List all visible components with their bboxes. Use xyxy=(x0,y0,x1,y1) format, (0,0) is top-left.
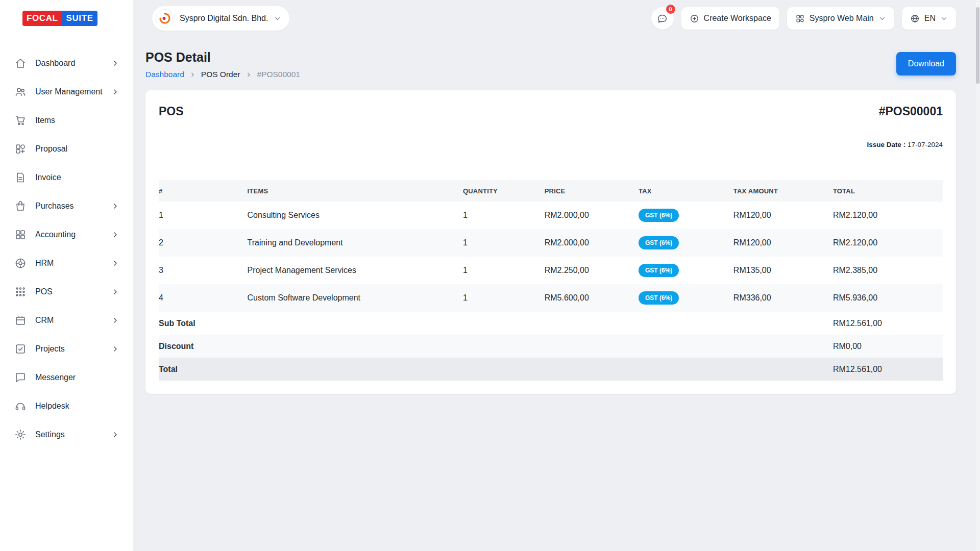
messenger-icon xyxy=(14,371,27,384)
language-selector[interactable]: EN xyxy=(902,7,956,30)
cell-tax: GST (6%) xyxy=(639,264,733,277)
cell-tax: GST (6%) xyxy=(639,236,733,249)
sidebar-item-hrm[interactable]: HRM xyxy=(0,249,133,278)
cell-price: RM2.000,00 xyxy=(545,211,639,220)
pos-detail-card: POS #POS00001 Issue Date : 17-07-2024 #I… xyxy=(145,90,956,394)
tax-badge: GST (6%) xyxy=(639,264,679,277)
page-header: POS Detail Dashboard POS Order #POS00001… xyxy=(145,50,956,79)
settings-icon xyxy=(14,429,27,441)
cell-price: RM2.250,00 xyxy=(545,266,639,275)
page-scrollbar[interactable] xyxy=(975,0,980,551)
tax-badge: GST (6%) xyxy=(639,236,679,249)
cell-no: 2 xyxy=(159,238,248,247)
sidebar-item-label: POS xyxy=(35,287,53,296)
chevron-right-icon xyxy=(111,345,119,353)
column-header: # xyxy=(159,187,248,195)
sidebar-item-purchases[interactable]: Purchases xyxy=(0,192,133,220)
page-title: POS Detail xyxy=(145,50,300,65)
create-workspace-label: Create Workspace xyxy=(704,14,771,23)
sidebar-item-label: Invoice xyxy=(35,173,61,182)
pos-heading: POS xyxy=(159,105,184,118)
cell-tax-amount: RM336,00 xyxy=(733,293,833,303)
issue-date: Issue Date : 17-07-2024 xyxy=(159,141,943,148)
chevron-right-icon xyxy=(111,88,119,96)
column-header: TOTAL xyxy=(833,187,943,195)
issue-date-value: 17-07-2024 xyxy=(908,141,943,148)
table-row: 2 Training and Development 1 RM2.000,00 … xyxy=(159,229,943,257)
table-row: 4 Custom Software Development 1 RM5.600,… xyxy=(159,284,943,312)
table-header-row: #ITEMSQUANTITYPRICETAXTAX AMOUNTTOTAL xyxy=(159,180,943,202)
sidebar-item-crm[interactable]: CRM xyxy=(0,306,133,335)
cell-quantity: 1 xyxy=(463,293,545,303)
sidebar-item-label: Messenger xyxy=(35,373,76,382)
tax-badge: GST (6%) xyxy=(639,291,679,305)
cell-item: Project Management Services xyxy=(248,266,463,275)
sidebar-item-accounting[interactable]: Accounting xyxy=(0,220,133,249)
home-icon xyxy=(14,57,27,69)
cell-quantity: 1 xyxy=(463,211,545,220)
accounting-icon xyxy=(14,229,27,241)
summary-row-total: Total RM12.561,00 xyxy=(159,358,943,381)
chevron-right-icon xyxy=(111,288,119,296)
brand-logo[interactable]: FOCAL SUITE xyxy=(0,0,133,37)
cell-total: RM2.385,00 xyxy=(833,266,943,275)
brand-suite: SUITE xyxy=(62,11,97,26)
workspace-grid-icon xyxy=(795,14,805,23)
cell-tax: GST (6%) xyxy=(639,209,733,222)
sidebar-item-helpdesk[interactable]: Helpdesk xyxy=(0,392,133,420)
sidebar-item-label: Items xyxy=(35,116,55,125)
summary-row-sub-total: Sub Total RM12.561,00 xyxy=(159,312,943,335)
company-switcher[interactable]: Syspro Digital Sdn. Bhd. xyxy=(152,6,289,31)
summary-value: RM12.561,00 xyxy=(833,319,943,328)
chevron-right-icon xyxy=(111,231,119,239)
sidebar-item-label: CRM xyxy=(35,316,54,325)
chevron-down-icon xyxy=(878,15,886,22)
cell-price: RM5.600,00 xyxy=(545,293,639,303)
hrm-icon xyxy=(14,257,27,269)
sidebar-item-dashboard[interactable]: Dashboard xyxy=(0,49,133,78)
chevron-right-icon xyxy=(246,71,252,78)
summary-value: RM0,00 xyxy=(833,342,943,351)
sidebar-item-label: Accounting xyxy=(35,230,76,239)
sidebar-nav: Dashboard User Management Items Proposal… xyxy=(0,37,133,449)
column-header: PRICE xyxy=(545,187,639,195)
sidebar-item-pos[interactable]: POS xyxy=(0,278,133,306)
brand-focal: FOCAL xyxy=(22,11,62,26)
download-button[interactable]: Download xyxy=(896,52,956,76)
summary-value: RM12.561,00 xyxy=(833,365,943,374)
pos-card-header: POS #POS00001 xyxy=(159,105,943,118)
summary-row-discount: Discount RM0,00 xyxy=(159,335,943,358)
sidebar-item-label: Helpdesk xyxy=(35,402,69,411)
cell-quantity: 1 xyxy=(463,266,545,275)
table-row: 1 Consulting Services 1 RM2.000,00 GST (… xyxy=(159,202,943,229)
main-content: POS Detail Dashboard POS Order #POS00001… xyxy=(133,37,975,551)
sidebar-item-messenger[interactable]: Messenger xyxy=(0,363,133,392)
sidebar-item-invoice[interactable]: Invoice xyxy=(0,163,133,192)
topbar-actions: 0 Create Workspace Syspro Web Main EN xyxy=(651,7,956,30)
sidebar-item-items[interactable]: Items xyxy=(0,106,133,135)
chevron-right-icon xyxy=(111,316,119,324)
create-workspace-button[interactable]: Create Workspace xyxy=(681,7,779,30)
chevron-right-icon xyxy=(189,71,196,78)
sidebar-item-proposal[interactable]: Proposal xyxy=(0,135,133,163)
sidebar-item-user-management[interactable]: User Management xyxy=(0,78,133,106)
sidebar-item-label: Dashboard xyxy=(35,59,75,68)
company-logo-icon xyxy=(156,9,174,28)
cell-item: Custom Software Development xyxy=(248,293,463,303)
plus-circle-icon xyxy=(690,14,699,23)
chevron-right-icon xyxy=(111,431,119,439)
summary-label: Total xyxy=(159,365,833,374)
breadcrumb-dashboard-link[interactable]: Dashboard xyxy=(145,70,184,79)
sidebar-item-settings[interactable]: Settings xyxy=(0,420,133,449)
pos-icon xyxy=(14,286,27,298)
scrollbar-thumb[interactable] xyxy=(976,7,979,84)
tax-badge: GST (6%) xyxy=(639,209,679,222)
messages-button[interactable]: 0 xyxy=(651,7,674,30)
workspace-name: Syspro Web Main xyxy=(810,14,874,23)
helpdesk-icon xyxy=(14,400,27,412)
workspace-selector[interactable]: Syspro Web Main xyxy=(787,7,894,30)
cell-no: 1 xyxy=(159,211,248,220)
column-header: TAX AMOUNT xyxy=(733,187,833,195)
company-name: Syspro Digital Sdn. Bhd. xyxy=(180,14,268,23)
sidebar-item-projects[interactable]: Projects xyxy=(0,335,133,363)
